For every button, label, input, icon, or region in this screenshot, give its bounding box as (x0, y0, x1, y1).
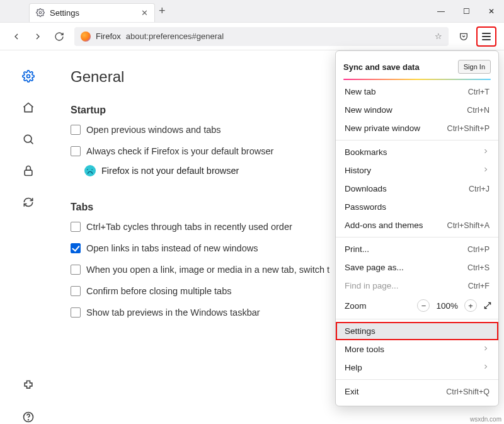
maximize-button[interactable]: ☐ (454, 0, 479, 23)
menu-more-tools[interactable]: More tools (336, 340, 498, 358)
forward-button[interactable] (29, 28, 47, 45)
menu-addons[interactable]: Add-ons and themesCtrl+Shift+A (336, 216, 498, 234)
sidebar-sync-icon[interactable] (21, 195, 35, 209)
menu-save-page[interactable]: Save page as...Ctrl+S (336, 258, 498, 277)
sad-face-icon (84, 165, 96, 176)
sync-gradient-divider (343, 79, 491, 80)
chevron-right-icon (482, 345, 490, 354)
menu-downloads[interactable]: DownloadsCtrl+J (336, 180, 498, 198)
switch-to-tab-label: When you open a link, image or media in … (86, 265, 329, 275)
menu-help[interactable]: Help (336, 358, 498, 377)
sidebar-extensions-icon[interactable] (21, 379, 35, 392)
menu-separator (336, 140, 498, 140)
confirm-close-label: Confirm before closing multiple tabs (86, 286, 232, 296)
open-links-label: Open links in tabs instead of new window… (86, 243, 258, 253)
menu-print[interactable]: Print...Ctrl+P (336, 240, 498, 258)
svg-point-1 (27, 75, 30, 78)
window-controls: — ☐ ✕ (428, 0, 504, 23)
svg-point-5 (28, 420, 29, 420)
menu-separator (336, 319, 498, 319)
back-button[interactable] (8, 28, 25, 45)
sign-in-button[interactable]: Sign In (458, 60, 491, 74)
menu-exit[interactable]: ExitCtrl+Shift+Q (336, 382, 498, 401)
ctrl-tab-label: Ctrl+Tab cycles through tabs in recently… (86, 222, 292, 232)
firefox-icon (81, 32, 91, 42)
browser-tab[interactable]: Settings ✕ (29, 3, 155, 22)
sidebar-search-icon[interactable] (21, 132, 35, 146)
pocket-icon[interactable] (455, 28, 472, 45)
close-window-button[interactable]: ✕ (479, 0, 504, 23)
gear-icon (36, 8, 45, 17)
app-menu-button[interactable] (479, 29, 494, 44)
zoom-label: Zoom (345, 301, 367, 311)
settings-sidebar (0, 50, 57, 424)
bookmark-star-icon[interactable]: ☆ (435, 32, 442, 41)
default-browser-text: Firefox is not your default browser (101, 166, 239, 176)
sidebar-privacy-icon[interactable] (21, 164, 35, 178)
url-bar[interactable]: Firefox about:preferences#general ☆ (74, 27, 449, 46)
sync-title: Sync and save data (343, 62, 420, 72)
watermark: wsxdn.com (470, 416, 501, 423)
chevron-right-icon (482, 166, 490, 175)
sidebar-general-icon[interactable] (21, 69, 35, 83)
always-check-label: Always check if Firefox is your default … (86, 146, 273, 156)
nav-toolbar: Firefox about:preferences#general ☆ (0, 23, 504, 50)
svg-point-2 (24, 135, 32, 142)
menu-separator (336, 237, 498, 238)
tab-title: Settings (50, 8, 79, 18)
menu-history[interactable]: History (336, 161, 498, 180)
menu-sync-header: Sync and save data Sign In (336, 56, 498, 79)
menu-passwords[interactable]: Passwords (336, 198, 498, 216)
zoom-value: 100% (436, 301, 458, 311)
title-bar: Settings ✕ + — ☐ ✕ (0, 0, 504, 23)
reload-button[interactable] (50, 28, 68, 45)
menu-new-window[interactable]: New windowCtrl+N (336, 101, 498, 119)
menu-new-tab[interactable]: New tabCtrl+T (336, 83, 498, 101)
sidebar-home-icon[interactable] (21, 101, 35, 115)
zoom-out-button[interactable]: − (417, 299, 430, 312)
menu-settings[interactable]: Settings (336, 322, 498, 340)
app-menu-panel: Sync and save data Sign In New tabCtrl+T… (335, 50, 499, 406)
menu-new-private[interactable]: New private windowCtrl+Shift+P (336, 119, 498, 137)
chevron-right-icon (482, 147, 490, 157)
chevron-right-icon (482, 363, 490, 372)
fullscreen-icon[interactable] (483, 301, 492, 310)
minimize-button[interactable]: — (428, 0, 454, 23)
close-tab-icon[interactable]: ✕ (141, 8, 148, 18)
new-tab-button[interactable]: + (159, 4, 166, 18)
app-menu-highlight (476, 26, 496, 47)
svg-point-0 (39, 11, 42, 14)
url-product: Firefox (96, 32, 121, 41)
zoom-in-button[interactable]: + (464, 299, 477, 312)
url-address: about:preferences#general (126, 32, 224, 41)
sidebar-help-icon[interactable] (21, 410, 35, 424)
svg-rect-3 (25, 170, 32, 175)
menu-zoom-row: Zoom − 100% + (336, 295, 498, 316)
menu-bookmarks[interactable]: Bookmarks (336, 143, 498, 161)
menu-separator (336, 379, 498, 380)
taskbar-previews-label: Show tab previews in the Windows taskbar (86, 307, 260, 318)
open-previous-label: Open previous windows and tabs (86, 125, 221, 135)
menu-find[interactable]: Find in page...Ctrl+F (336, 277, 498, 295)
